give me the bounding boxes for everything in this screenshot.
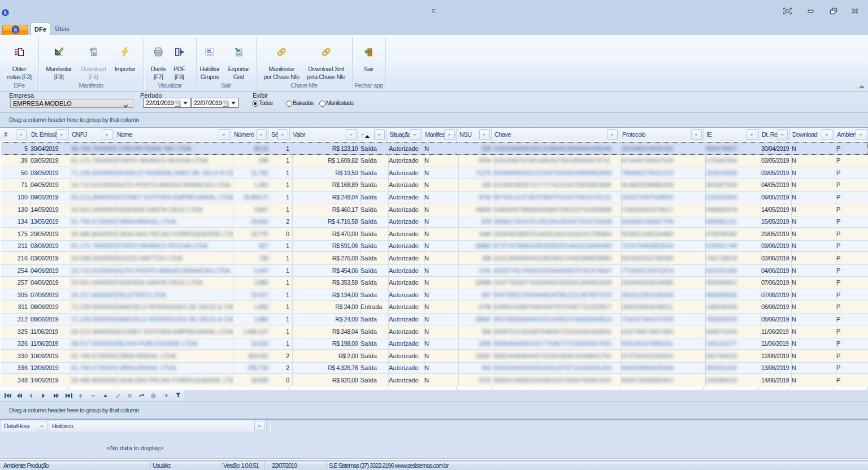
svg-text:S: S: [14, 27, 17, 32]
